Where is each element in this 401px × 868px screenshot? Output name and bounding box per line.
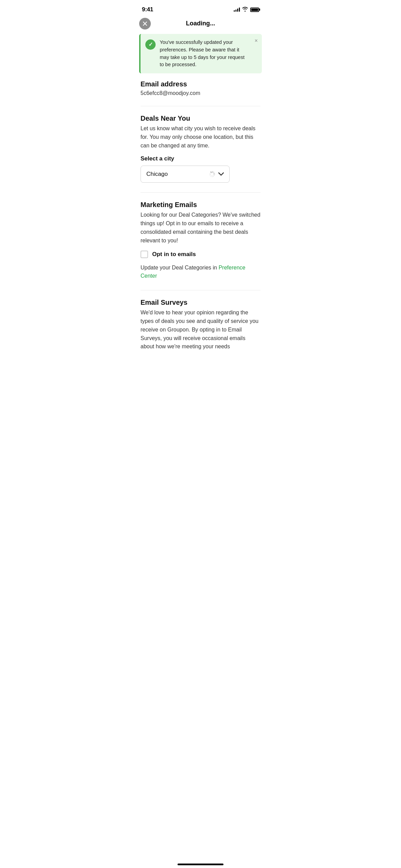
svg-line-1 xyxy=(213,172,214,173)
svg-line-10 xyxy=(210,173,211,174)
opt-in-checkbox[interactable] xyxy=(141,251,148,258)
wifi-icon xyxy=(242,7,248,13)
marketing-section-title: Marketing Emails xyxy=(141,201,260,209)
marketing-section: Marketing Emails Looking for our Deal Ca… xyxy=(141,201,260,280)
deals-description: Let us know what city you wish to receiv… xyxy=(141,124,260,150)
city-dropdown[interactable]: Chicago xyxy=(141,166,230,183)
preference-text-prefix: Update your Deal Categories in xyxy=(141,265,219,270)
success-banner: ✓ You've successfully updated your prefe… xyxy=(139,34,262,73)
success-message: You've successfully updated your prefere… xyxy=(160,39,250,69)
battery-icon xyxy=(250,8,259,12)
surveys-section: Email Surveys We'd love to hear your opi… xyxy=(141,299,260,351)
opt-in-row: Opt in to emails xyxy=(141,251,260,258)
page-title: Loading... xyxy=(186,20,215,27)
divider-2 xyxy=(141,192,260,193)
checkmark-icon: ✓ xyxy=(148,42,153,47)
status-icons xyxy=(234,7,259,13)
opt-in-label: Opt in to emails xyxy=(152,251,196,258)
svg-line-4 xyxy=(214,175,215,176)
svg-line-7 xyxy=(211,176,211,177)
deals-section: Deals Near You Let us know what city you… xyxy=(141,114,260,183)
surveys-description: We'd love to hear your opinion regarding… xyxy=(141,309,260,351)
dropdown-right xyxy=(209,171,224,178)
preference-center-text: Update your Deal Categories in Preferenc… xyxy=(141,264,260,281)
email-section: Email address 5c6efcc8@moodjoy.com xyxy=(141,80,260,96)
svg-line-11 xyxy=(211,172,211,173)
chevron-down-icon xyxy=(218,171,224,177)
success-icon: ✓ xyxy=(145,39,156,50)
banner-close-button[interactable]: × xyxy=(255,38,258,44)
header: Loading... xyxy=(134,17,267,31)
close-button[interactable] xyxy=(139,18,151,29)
divider-3 xyxy=(141,290,260,290)
svg-line-8 xyxy=(210,175,211,176)
content-area: Email address 5c6efcc8@moodjoy.com Deals… xyxy=(134,80,267,351)
loading-spinner xyxy=(209,171,216,178)
svg-line-5 xyxy=(213,176,214,177)
deals-section-title: Deals Near You xyxy=(141,114,260,122)
select-city-label: Select a city xyxy=(141,155,260,162)
marketing-description: Looking for our Deal Categories? We've s… xyxy=(141,211,260,245)
surveys-section-title: Email Surveys xyxy=(141,299,260,306)
selected-city: Chicago xyxy=(146,171,168,178)
status-bar: 9:41 xyxy=(134,0,267,17)
email-value: 5c6efcc8@moodjoy.com xyxy=(141,90,260,96)
signal-icon xyxy=(234,8,240,12)
status-time: 9:41 xyxy=(142,6,153,13)
email-section-title: Email address xyxy=(141,80,260,88)
divider-1 xyxy=(141,106,260,106)
svg-line-2 xyxy=(214,173,215,174)
